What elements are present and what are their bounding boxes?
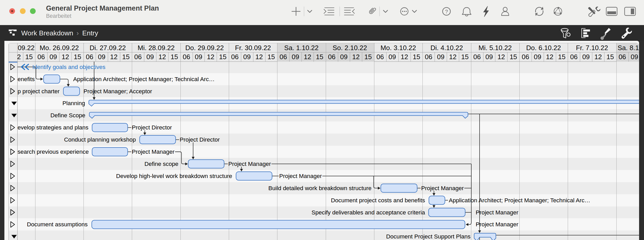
svg-text:›: › (77, 29, 79, 37)
svg-text:Entry: Entry (82, 29, 99, 37)
svg-text:?: ? (445, 9, 448, 14)
svg-text:Work Breakdown: Work Breakdown (21, 29, 73, 37)
